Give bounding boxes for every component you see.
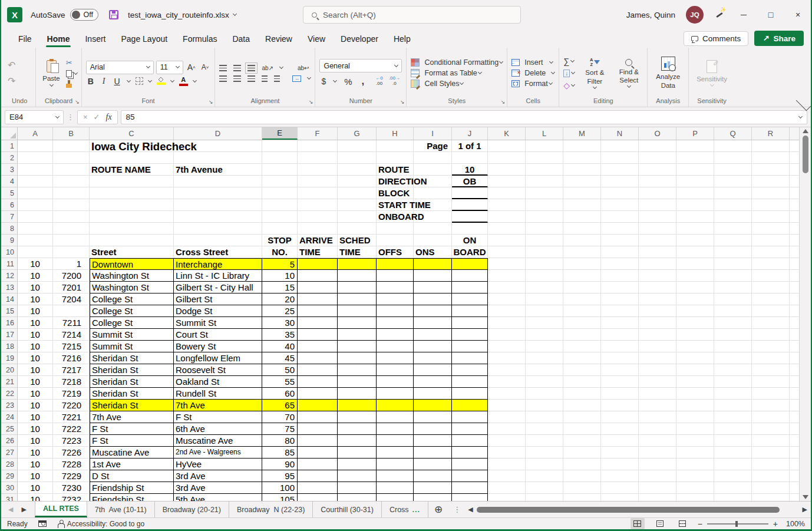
analyze-data-button[interactable]: Analyze Data	[653, 55, 684, 91]
cell-H10[interactable]: OFFS	[377, 246, 414, 258]
shrink-font-button[interactable]: A˅	[200, 63, 211, 71]
cell-P15[interactable]	[676, 305, 714, 317]
cell-E18[interactable]: 40	[262, 341, 298, 352]
row-header-6[interactable]: 6	[1, 199, 18, 211]
cell-A9[interactable]	[18, 235, 53, 246]
row-header-24[interactable]: 24	[1, 411, 18, 423]
cell-Q17[interactable]	[714, 329, 752, 341]
cell-H5[interactable]: BLOCK	[377, 187, 414, 199]
cell-J3[interactable]: 10	[452, 164, 488, 176]
cell-N25[interactable]	[601, 423, 639, 435]
cell-D25[interactable]: 6th Ave	[174, 423, 262, 435]
cell-M27[interactable]	[563, 447, 601, 459]
cell-H1[interactable]	[377, 140, 414, 152]
italic-button[interactable]: I	[101, 77, 107, 86]
cell-B11[interactable]: 1	[53, 258, 90, 270]
cell-K20[interactable]	[488, 364, 526, 376]
cell-J13[interactable]	[452, 282, 488, 293]
cell-G20[interactable]	[338, 364, 377, 376]
cell-G19[interactable]	[338, 352, 377, 364]
cell-L1[interactable]	[526, 140, 563, 152]
cell-L2[interactable]	[526, 152, 563, 164]
row-header-20[interactable]: 20	[1, 364, 18, 376]
ribbon-tab-developer[interactable]: Developer	[333, 31, 386, 48]
cell-P2[interactable]	[676, 152, 714, 164]
cell-L7[interactable]	[526, 211, 563, 223]
align-bottom-icon[interactable]	[247, 65, 255, 71]
cell-C17[interactable]: Summit St	[90, 329, 174, 341]
cell-O7[interactable]	[639, 211, 676, 223]
select-all-corner[interactable]	[1, 127, 18, 140]
comma-style-icon[interactable]: ,	[360, 75, 367, 87]
cell-E1[interactable]	[262, 140, 298, 152]
cell-I12[interactable]	[414, 270, 452, 282]
cell-L13[interactable]	[526, 282, 563, 293]
fill-color-icon[interactable]	[157, 77, 166, 85]
cell-K2[interactable]	[488, 152, 526, 164]
cell-I20[interactable]	[414, 364, 452, 376]
cell-R13[interactable]	[752, 282, 790, 293]
cell-C1[interactable]: Iowa City Ridecheck	[90, 140, 174, 152]
cell-A17[interactable]: 10	[18, 329, 53, 341]
cell-I6[interactable]	[414, 199, 452, 211]
cell-E3[interactable]	[262, 164, 298, 176]
column-header-B[interactable]: B	[53, 127, 90, 140]
cell-G8[interactable]	[338, 223, 377, 235]
ribbon-tab-view[interactable]: View	[300, 31, 333, 48]
cell-M22[interactable]	[563, 388, 601, 400]
zoom-level[interactable]: 100%	[786, 520, 805, 528]
cell-G3[interactable]	[338, 164, 377, 176]
cell-N17[interactable]	[601, 329, 639, 341]
cell-P10[interactable]	[676, 246, 714, 258]
cell-K8[interactable]	[488, 223, 526, 235]
zoom-out-icon[interactable]: −	[698, 519, 702, 529]
cell-N3[interactable]	[601, 164, 639, 176]
cell-D30[interactable]: 3rd Ave	[174, 482, 262, 494]
cell-B13[interactable]: 7201	[53, 282, 90, 293]
cell-C14[interactable]: College St	[90, 293, 174, 305]
cell-E15[interactable]: 25	[262, 305, 298, 317]
cell-Q22[interactable]	[714, 388, 752, 400]
cell-L19[interactable]	[526, 352, 563, 364]
cell-F18[interactable]	[298, 341, 338, 352]
cell-R9[interactable]	[752, 235, 790, 246]
cell-M12[interactable]	[563, 270, 601, 282]
cell-O8[interactable]	[639, 223, 676, 235]
orientation-dropdown-icon[interactable]	[279, 65, 283, 69]
row-header-16[interactable]: 16	[1, 317, 18, 329]
ribbon-tab-home[interactable]: Home	[39, 31, 78, 48]
cell-H2[interactable]	[377, 152, 414, 164]
column-header-Q[interactable]: Q	[714, 127, 752, 140]
cell-N18[interactable]	[601, 341, 639, 352]
cell-L6[interactable]	[526, 199, 563, 211]
cell-A3[interactable]	[18, 164, 53, 176]
cell-P6[interactable]	[676, 199, 714, 211]
cell-R6[interactable]	[752, 199, 790, 211]
styles-dialog-launcher[interactable]: ↘	[501, 100, 506, 105]
column-header-O[interactable]: O	[639, 127, 676, 140]
sheet-tab-broadway-20-21-[interactable]: Broadway (20-21)	[155, 502, 229, 517]
cell-E22[interactable]: 60	[262, 388, 298, 400]
cell-O11[interactable]	[639, 258, 676, 270]
cell-M6[interactable]	[563, 199, 601, 211]
align-top-icon[interactable]	[219, 65, 227, 71]
cell-M1[interactable]	[563, 140, 601, 152]
cell-L9[interactable]	[526, 235, 563, 246]
cell-P17[interactable]	[676, 329, 714, 341]
cell-L25[interactable]	[526, 423, 563, 435]
column-header-D[interactable]: D	[174, 127, 262, 140]
ribbon-tab-page-layout[interactable]: Page Layout	[113, 31, 175, 48]
cell-E31[interactable]: 105	[262, 494, 298, 501]
cell-I26[interactable]	[414, 435, 452, 447]
cell-G25[interactable]	[338, 423, 377, 435]
cell-E23[interactable]: 65	[262, 400, 298, 411]
cell-I5[interactable]	[414, 187, 452, 199]
font-color-icon[interactable]: A	[179, 77, 188, 86]
cell-D3[interactable]: 7th Avenue	[174, 164, 262, 176]
row-header-30[interactable]: 30	[1, 482, 18, 494]
cell-N14[interactable]	[601, 293, 639, 305]
cell-D17[interactable]: Court St	[174, 329, 262, 341]
cell-Q26[interactable]	[714, 435, 752, 447]
cell-F15[interactable]	[298, 305, 338, 317]
cell-B4[interactable]	[53, 176, 90, 187]
